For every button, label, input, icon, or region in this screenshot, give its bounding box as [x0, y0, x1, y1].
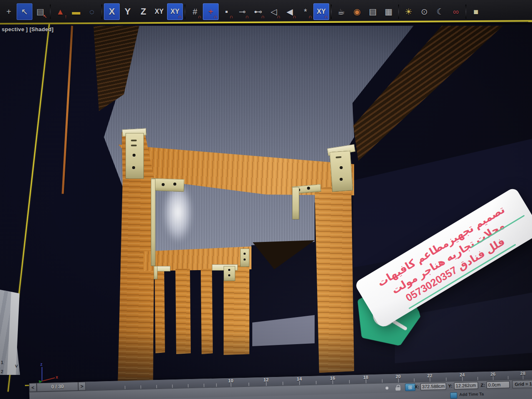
measure-ruler-icon[interactable]: ▬	[68, 3, 84, 20]
ruler-tick	[316, 381, 316, 384]
ruler-tick	[349, 380, 350, 383]
snap-grid-icon[interactable]: #∩	[187, 3, 203, 20]
z-coord-label: Z:	[480, 382, 485, 387]
bracket-screw	[244, 253, 246, 255]
snap-angle-icon[interactable]: ◁∩	[266, 3, 282, 20]
move-tool-icon[interactable]: +	[1, 3, 17, 20]
gate-bracket-plate	[224, 266, 235, 281]
ruler-tick	[446, 378, 446, 381]
snap-face-icon[interactable]: ◀∩	[282, 3, 298, 20]
axis-plane-snap-button[interactable]: XY∩	[167, 3, 183, 20]
ruler-tick	[231, 383, 231, 387]
gate-bracket-left-leg	[154, 266, 158, 279]
light-bulb-icon[interactable]: ☀	[401, 3, 416, 20]
frame-prev-button[interactable]: <	[29, 383, 37, 392]
viewport-left-border	[7, 24, 50, 392]
structure-tool-icon[interactable]: ▲↑	[52, 3, 68, 20]
render-teapot-icon[interactable]: ☕	[333, 3, 349, 20]
toolbar-separator	[466, 5, 466, 19]
thin-wood-edge	[62, 26, 73, 194]
toolbar-end-button[interactable]: ■	[468, 3, 484, 20]
axis-z-button[interactable]: Z	[135, 3, 151, 20]
right-bracket-plate	[330, 150, 353, 192]
add-time-tag-icon[interactable]	[450, 392, 457, 399]
bracket-screw	[340, 178, 342, 181]
axis-x-button[interactable]: X	[104, 3, 120, 20]
snap-endpoint-icon[interactable]: ⊸∩	[234, 3, 250, 20]
selection-lock-icon[interactable]	[395, 384, 400, 390]
environment-icon[interactable]: ☾	[432, 3, 448, 20]
axis-y-button[interactable]: Y	[120, 3, 135, 20]
toolbar-separator	[50, 5, 51, 19]
toolbar-separator	[331, 5, 332, 19]
y-coord-label: Y:	[448, 383, 452, 388]
ruler-tick	[493, 376, 493, 380]
corner-bracket-plate	[126, 133, 144, 179]
bracket-screw	[132, 166, 135, 169]
camera-icon[interactable]: ⊙	[416, 3, 432, 20]
rail-end-bracket	[240, 249, 249, 267]
bracket-screw	[228, 269, 230, 271]
toolbar-separator	[398, 5, 399, 19]
y-coord-field[interactable]: 12.262cm	[454, 382, 478, 389]
bracket-slot	[336, 156, 342, 158]
ruler-tick	[398, 379, 399, 383]
material-editor-icon[interactable]: ◉	[349, 3, 365, 20]
ruler-tick	[125, 386, 125, 389]
viewport[interactable]: spective ] [Shaded] z x تصميم تجهيزمطاعم…	[0, 24, 532, 399]
ruler-tick	[249, 383, 249, 386]
rendered-frame-icon[interactable]: ▦	[381, 3, 397, 20]
ruler-tick	[430, 378, 430, 382]
toolbar-separator	[101, 5, 102, 19]
snap-percent-icon[interactable]: *∩	[298, 3, 313, 20]
snap-midpoint-icon[interactable]: ⊷∩	[250, 3, 266, 20]
ruler-tick	[523, 375, 523, 379]
add-time-tag-label[interactable]: Add Time Ta	[459, 392, 484, 397]
main-toolbar: +↖▤↖▲↑▬◌XYZXYXY∩#∩+∩▪∩⊸∩⊷∩◁∩◀∩*∩XY∩☕◉▤▦☀…	[0, 0, 532, 23]
bracket-screw	[244, 259, 246, 261]
right-under-beam-bracket-leg	[292, 187, 299, 219]
x-coord-field[interactable]: 372.588cm	[420, 383, 446, 391]
x-coord-label: X:	[414, 384, 419, 389]
select-object-icon[interactable]: ↖	[17, 3, 32, 20]
axis-xy-button[interactable]: XY	[151, 3, 167, 20]
frame-next-button[interactable]: >	[78, 382, 86, 391]
render-setup-icon[interactable]: ▤	[365, 3, 381, 20]
snap-vertex-icon[interactable]: ▪∩	[219, 3, 234, 20]
lock-body	[396, 387, 401, 390]
selection-region-icon[interactable]: ◌	[84, 3, 100, 20]
status-dot-icon	[385, 387, 388, 389]
toolbar-separator	[185, 5, 185, 19]
viewport-label[interactable]: spective ] [Shaded]	[2, 26, 54, 32]
bracket-screw	[228, 274, 230, 276]
select-by-name-icon[interactable]: ▤↖	[32, 3, 48, 20]
ruler-tick	[156, 385, 157, 388]
ruler-tick	[332, 380, 333, 384]
axis-x-label: x	[56, 375, 58, 379]
bracket-slot	[131, 145, 137, 146]
ruler-tick	[188, 384, 188, 387]
under-beam-bracket-leg	[151, 179, 155, 266]
bracket-slot	[131, 140, 137, 141]
grid-size-readout: Grid = 10.	[512, 379, 532, 388]
ruler-tick	[216, 384, 217, 387]
axis-z-label: z	[40, 362, 42, 367]
ruler-tick	[366, 379, 366, 383]
bracket-screw	[307, 187, 310, 190]
ruler-tick	[462, 377, 463, 381]
ruler-tick	[414, 379, 414, 382]
under-beam-bracket	[151, 178, 185, 192]
bracket-screw	[340, 166, 342, 169]
snap-pivot-icon[interactable]: +∩	[203, 3, 219, 20]
ruler-tick	[299, 381, 300, 385]
ruler-tick	[478, 377, 478, 380]
snap-xy-toggle-icon[interactable]: XY∩	[313, 3, 329, 20]
ruler-tick	[172, 384, 172, 388]
ruler-tick	[508, 376, 508, 379]
render-production-icon[interactable]: ∞	[448, 3, 464, 20]
ruler-tick	[382, 379, 382, 382]
ruler-tick	[204, 384, 204, 387]
z-coord-field[interactable]: 0.0cm	[486, 381, 510, 389]
transform-typein-button[interactable]: ⊞	[405, 383, 415, 391]
time-slider[interactable]: 0 / 30	[37, 382, 78, 392]
